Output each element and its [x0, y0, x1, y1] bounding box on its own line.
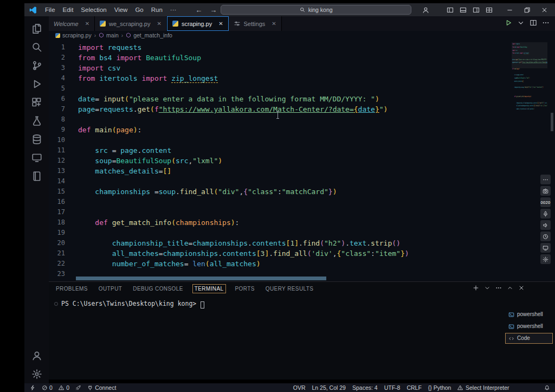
- customize-layout-button[interactable]: [482, 4, 495, 15]
- menu-go[interactable]: Go: [131, 5, 147, 14]
- status-cursor-position[interactable]: Ln 25, Col 29: [312, 384, 345, 391]
- line-number[interactable]: 13: [49, 166, 73, 176]
- breadcrumb-item-scraping.py[interactable]: scraping.py: [55, 32, 92, 38]
- code-line[interactable]: 11 src = page.content: [49, 145, 555, 156]
- code-line[interactable]: 10: [49, 135, 555, 145]
- search-input[interactable]: king kong: [221, 5, 411, 15]
- activity-notebook[interactable]: [24, 167, 49, 185]
- panel-tab-terminal[interactable]: TERMINAL: [192, 284, 226, 293]
- run-dropdown-button[interactable]: [517, 19, 525, 29]
- code-line[interactable]: 7page=requests.get(f"https://www.yallako…: [49, 104, 555, 114]
- line-number[interactable]: 18: [49, 217, 73, 228]
- new-terminal-button[interactable]: [473, 285, 479, 292]
- code-line[interactable]: 4from itertools import zip_longest: [49, 73, 555, 83]
- line-number[interactable]: 7: [49, 104, 73, 114]
- terminal-item-code[interactable]: Code: [505, 333, 553, 344]
- line-number[interactable]: 1: [49, 42, 73, 53]
- activity-explorer[interactable]: [24, 20, 49, 38]
- speaker-button[interactable]: [540, 220, 551, 230]
- line-number[interactable]: 17: [49, 207, 73, 217]
- code-line[interactable]: 5: [49, 83, 555, 94]
- code-line[interactable]: 21 all_matches=championships.contents[3]…: [49, 248, 555, 259]
- status-launch[interactable]: [75, 385, 81, 391]
- panel-tab-ports[interactable]: PORTS: [234, 285, 256, 293]
- line-number[interactable]: 10: [49, 135, 73, 145]
- toggle-panel-button[interactable]: [456, 4, 469, 15]
- clock-button[interactable]: [540, 232, 551, 241]
- status-encoding[interactable]: UTF-8: [384, 384, 401, 391]
- breadcrumb-item-main[interactable]: main: [99, 32, 119, 38]
- line-number[interactable]: 4: [49, 73, 73, 83]
- code-line[interactable]: 2from bs4 import BeautifulSoup: [49, 53, 555, 63]
- code-line[interactable]: 14: [49, 176, 555, 187]
- activity-search[interactable]: [24, 38, 49, 56]
- code-line[interactable]: 15 championships =soup.find_all("div",{"…: [49, 187, 555, 197]
- status-warnings[interactable]: 0: [59, 384, 69, 391]
- code-line[interactable]: 1import requests: [49, 42, 555, 53]
- editor-more-actions-button[interactable]: [542, 19, 550, 29]
- code-line[interactable]: 16: [49, 197, 555, 207]
- tab-scraping.py[interactable]: scraping.py✕: [167, 16, 229, 31]
- code-line[interactable]: 22 number_of_matches= len(all_matches): [49, 259, 555, 269]
- screenshot-button[interactable]: [540, 186, 551, 196]
- status-indentation[interactable]: Spaces: 4: [352, 384, 378, 391]
- line-number[interactable]: 20: [49, 238, 73, 248]
- status-sql-connect[interactable]: Connect: [87, 384, 117, 391]
- microphone-button[interactable]: [540, 209, 551, 219]
- activity-remote-explorer[interactable]: [24, 149, 49, 167]
- recording-timer[interactable]: 0020: [540, 197, 551, 207]
- close-tab-icon[interactable]: ✕: [218, 21, 223, 27]
- restore-button[interactable]: [518, 3, 535, 16]
- code-line[interactable]: 12 soup=BeautifulSoup(src,"lxml"): [49, 156, 555, 166]
- status-overtype-indicator[interactable]: OVR: [293, 384, 306, 391]
- close-tab-icon[interactable]: ✕: [157, 21, 161, 27]
- menu-selection[interactable]: Selection: [77, 5, 110, 14]
- panel-tab-problems[interactable]: PROBLEMS: [54, 285, 89, 293]
- close-tab-icon[interactable]: ✕: [272, 21, 276, 27]
- nav-forward-icon[interactable]: →: [210, 6, 217, 14]
- vertical-scrollbar[interactable]: [551, 113, 553, 131]
- split-editor-button[interactable]: [530, 19, 537, 29]
- line-number[interactable]: 9: [49, 125, 73, 135]
- line-number[interactable]: 6: [49, 94, 73, 104]
- line-number[interactable]: 23: [49, 269, 73, 279]
- accounts-button[interactable]: [419, 4, 432, 15]
- minimap-slider[interactable]: [512, 42, 547, 68]
- line-number[interactable]: 3: [49, 63, 73, 73]
- activity-manage[interactable]: [24, 365, 49, 383]
- activity-run-and-debug[interactable]: [24, 75, 49, 93]
- line-number[interactable]: 21: [49, 248, 73, 259]
- screen-record-button[interactable]: [540, 243, 551, 253]
- menu-view[interactable]: View: [111, 5, 132, 14]
- code-line[interactable]: 3import csv: [49, 63, 555, 73]
- run-python-file-button[interactable]: [505, 19, 512, 29]
- line-number[interactable]: 19: [49, 228, 73, 238]
- code-line[interactable]: 19: [49, 228, 555, 238]
- activity-source-control[interactable]: [24, 56, 49, 75]
- status-select-interpreter[interactable]: Select Interpreter: [457, 384, 509, 391]
- code-editor[interactable]: 1import requests2from bs4 import Beautif…: [49, 40, 555, 281]
- panel-tab-output[interactable]: OUTPUT: [97, 285, 124, 293]
- terminal-item-powershell[interactable]: powershell: [505, 309, 553, 320]
- tab-we_scraping.py[interactable]: we_scraping.py✕: [95, 16, 167, 31]
- maximize-panel-button[interactable]: [507, 285, 513, 292]
- terminal[interactable]: PS C:\Users\Twins\Desktop\king kong> pow…: [49, 295, 555, 380]
- line-number[interactable]: 11: [49, 145, 73, 156]
- panel-more-actions-button[interactable]: [495, 285, 502, 292]
- menu-more[interactable]: ···: [166, 5, 180, 14]
- line-number[interactable]: 14: [49, 176, 73, 187]
- tab-welcome[interactable]: Welcome✕: [49, 16, 95, 31]
- status-notifications[interactable]: [544, 385, 550, 391]
- terminal-dropdown-button[interactable]: [484, 285, 491, 292]
- toolbar-more-button[interactable]: [540, 175, 551, 184]
- code-line[interactable]: 8: [49, 114, 555, 125]
- status-language-mode[interactable]: {} Python: [428, 384, 451, 391]
- status-end-of-line[interactable]: CRLF: [406, 384, 421, 391]
- line-number[interactable]: 15: [49, 187, 73, 197]
- close-panel-button[interactable]: [518, 285, 525, 292]
- nav-back-icon[interactable]: ←: [195, 6, 202, 14]
- code-line[interactable]: 17: [49, 207, 555, 217]
- toggle-secondary-sidebar-button[interactable]: [469, 4, 482, 15]
- activity-testing[interactable]: [24, 112, 49, 130]
- menu-edit[interactable]: Edit: [59, 5, 78, 14]
